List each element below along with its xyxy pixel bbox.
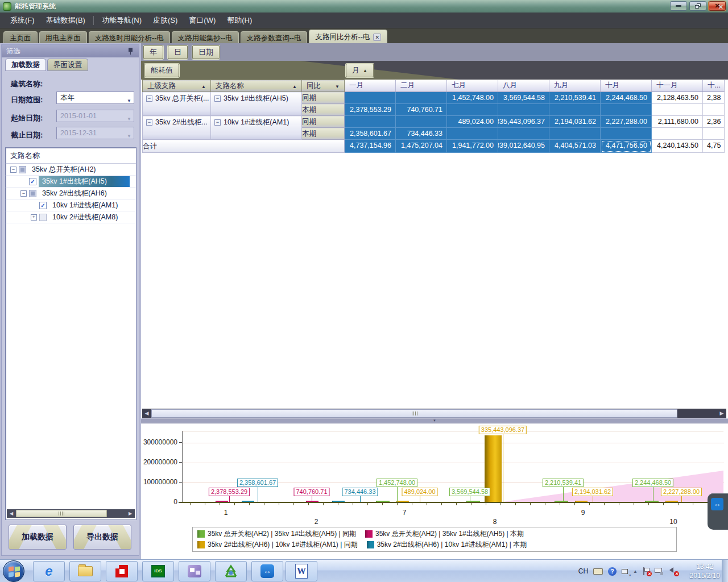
checkbox-partial[interactable] — [19, 166, 26, 173]
load-data-button[interactable]: 加载数据 — [9, 525, 67, 550]
taskbar-red-app[interactable] — [106, 561, 138, 581]
value-cell[interactable]: 734,446.33 — [396, 128, 447, 140]
scroll-left-icon[interactable]: ◀ — [142, 409, 151, 418]
branch-cell[interactable]: −35kv 1#出线柜(AH5) — [211, 92, 302, 116]
start-date-field[interactable]: 2015-01-01 ▼ — [56, 110, 134, 122]
tree-item-1[interactable]: ✓35kv 1#出线柜(AH5) — [6, 176, 136, 188]
value-cell[interactable]: 2,378,553.29 — [345, 104, 396, 116]
month-header-5[interactable]: 十月 — [601, 80, 652, 92]
tree-item-0[interactable]: −35kv 总开关柜(AH2) — [6, 164, 136, 176]
expand-icon[interactable]: + — [31, 214, 37, 221]
taskbar-internet-explorer[interactable]: e — [33, 561, 65, 581]
start-button[interactable] — [3, 560, 24, 582]
collapse-icon[interactable]: − — [214, 119, 221, 126]
value-cell[interactable]: 2,358,601.67 — [345, 128, 396, 140]
value-cell[interactable] — [549, 104, 601, 116]
period-button-1[interactable]: 日 — [168, 45, 188, 59]
month-header-1[interactable]: 二月 — [396, 80, 447, 92]
total-value-cell[interactable]: 4,404,571.03 — [549, 140, 601, 153]
tree-hscrollbar[interactable]: ◀ ▶ — [7, 509, 135, 518]
menu-item-0[interactable]: 系统(F) — [5, 13, 40, 28]
column-header-0[interactable]: 上级支路▲ — [143, 80, 211, 92]
splitter-handle[interactable]: ▼ — [141, 418, 728, 423]
period-cell[interactable]: 本期 — [302, 104, 345, 116]
checkbox-partial[interactable] — [29, 190, 36, 197]
tab-4[interactable]: 支路参数查询--电 — [241, 31, 308, 43]
network-icon[interactable] — [655, 568, 663, 575]
value-cell[interactable]: 2,128,463.50 — [652, 92, 703, 104]
value-cell[interactable] — [447, 128, 498, 140]
value-cell[interactable]: 740,760.71 — [396, 104, 447, 116]
total-value-cell[interactable]: 4,240,143.50 — [652, 140, 703, 153]
end-date-field[interactable]: 2015-12-31 ▼ — [56, 127, 134, 139]
period-button-0[interactable]: 年 — [143, 45, 163, 59]
taskbar-file-explorer[interactable] — [69, 561, 101, 581]
volume-muted-icon[interactable]: ✕ — [668, 568, 677, 575]
period-cell[interactable]: 同期 — [302, 116, 345, 128]
tab-ui-settings[interactable]: 界面设置 — [47, 59, 88, 71]
collapse-icon[interactable]: − — [10, 167, 16, 173]
value-cell[interactable]: 2,36 — [703, 116, 725, 128]
clock[interactable]: 13:42 2015/2/10 — [690, 562, 720, 580]
value-cell[interactable]: 2,244,468.50 — [601, 92, 652, 104]
help-icon[interactable]: ? — [608, 567, 617, 576]
column-field-button[interactable]: 月 ▲ — [346, 64, 374, 77]
tree-item-2[interactable]: −35kv 2#出线柜(AH6) — [6, 188, 136, 199]
value-cell[interactable]: 2,38 — [703, 92, 725, 104]
menu-item-2[interactable]: 功能导航(N) — [96, 13, 147, 28]
tab-2[interactable]: 支路逐时用能分析--电 — [89, 31, 170, 43]
tab-load-data[interactable]: 加载数据 — [5, 59, 46, 71]
value-cell[interactable] — [498, 128, 549, 140]
total-value-cell[interactable]: 4,471,756.50 — [601, 140, 652, 153]
action-center-icon[interactable]: ✕ — [643, 567, 650, 575]
column-header-1[interactable]: 支路名称▲ — [211, 80, 302, 92]
date-range-select[interactable]: 本年 ▼ — [56, 92, 134, 104]
value-cell[interactable]: 489,024.00 — [447, 116, 498, 128]
tab-close-icon[interactable]: ✕ — [373, 34, 381, 41]
value-cell[interactable] — [549, 128, 601, 140]
month-header-2[interactable]: 七月 — [447, 80, 498, 92]
collapse-icon[interactable]: − — [20, 190, 27, 197]
tabstrip-close-icon[interactable]: ✕ — [718, 3, 723, 11]
menu-item-1[interactable]: 基础数据(B) — [40, 13, 91, 28]
scroll-left-icon[interactable]: ◀ — [7, 509, 16, 518]
month-header-0[interactable]: 一月 — [345, 80, 396, 92]
tree-item-4[interactable]: +10kv 2#进线柜(AM8) — [6, 211, 136, 223]
value-cell[interactable] — [703, 104, 725, 116]
keyboard-icon[interactable] — [593, 568, 603, 575]
show-desktop-button[interactable] — [722, 560, 728, 582]
period-cell[interactable]: 同期 — [302, 92, 345, 104]
value-cell[interactable] — [345, 92, 396, 104]
scroll-right-icon[interactable]: ▶ — [717, 409, 726, 418]
menu-item-5[interactable]: 帮助(H) — [221, 13, 258, 28]
month-header-6[interactable]: 十一月 — [652, 80, 703, 92]
branch-cell[interactable]: −10kv 1#进线柜(AM1) — [211, 116, 302, 140]
tab-3[interactable]: 支路用能集抄--电 — [172, 31, 239, 43]
value-cell[interactable] — [601, 104, 652, 116]
checkbox-checked[interactable]: ✓ — [29, 178, 36, 185]
total-value-cell[interactable]: 339,012,640.95 — [498, 140, 549, 153]
show-hidden-icons[interactable]: ▲ — [633, 569, 638, 574]
scroll-right-icon[interactable]: ▶ — [126, 509, 135, 518]
restore-button[interactable] — [689, 1, 706, 11]
app-window-icon[interactable] — [622, 569, 628, 574]
pin-icon[interactable] — [128, 48, 133, 55]
minimize-button[interactable] — [670, 1, 687, 11]
period-cell[interactable]: 本期 — [302, 128, 345, 140]
column-header-2[interactable]: 同比▼ — [302, 80, 345, 92]
taskbar-energy-app[interactable] — [215, 561, 247, 581]
value-cell[interactable] — [396, 116, 447, 128]
value-cell[interactable] — [652, 128, 703, 140]
value-cell[interactable]: 2,194,031.62 — [549, 116, 601, 128]
taskbar-teamviewer[interactable]: ↔ — [251, 561, 283, 581]
menu-item-3[interactable]: 皮肤(S) — [147, 13, 183, 28]
menu-item-4[interactable]: 窗口(W) — [183, 13, 221, 28]
collapse-icon[interactable]: − — [146, 119, 152, 126]
tab-0[interactable]: 主页面 — [3, 31, 38, 43]
total-value-cell[interactable]: 1,475,207.04 — [396, 140, 447, 153]
total-value-cell[interactable]: 4,75 — [703, 140, 725, 153]
collapse-icon[interactable]: − — [146, 95, 152, 102]
value-cell[interactable]: 2,111,680.00 — [652, 116, 703, 128]
tab-5[interactable]: 支路同比分析--电✕ — [309, 30, 387, 43]
scrollbar-thumb[interactable] — [16, 510, 107, 517]
